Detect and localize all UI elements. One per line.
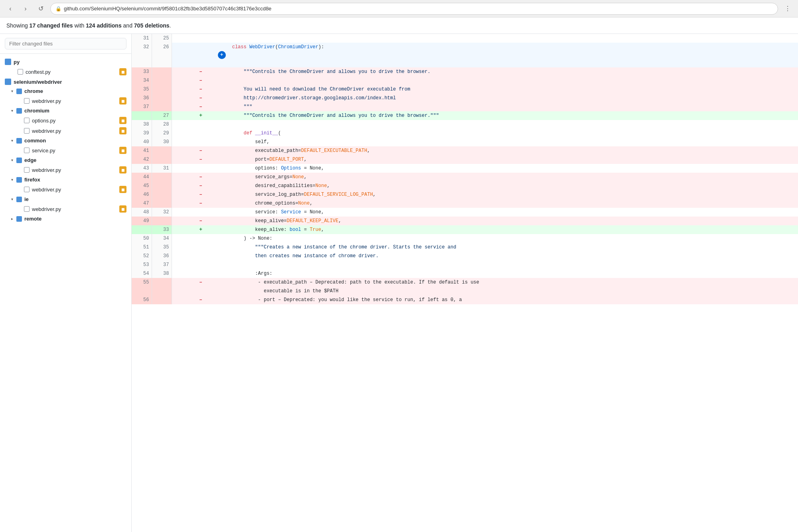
line-num-new: 38 (152, 269, 172, 278)
diff-code: service: Service = None, (230, 208, 798, 217)
file-label: webdriver.py (32, 206, 117, 212)
diff-code (230, 120, 798, 129)
folder-label: py (14, 59, 20, 65)
folder-edge[interactable]: ▾ edge (0, 156, 131, 165)
line-num-old: 53 (132, 260, 152, 269)
diff-sign: – (172, 85, 230, 94)
diff-sign: + (172, 43, 230, 67)
diff-sign (172, 120, 230, 129)
diff-row: 31 25 (132, 34, 798, 43)
file-icon (24, 167, 30, 173)
file-conftest[interactable]: conftest.py ◼ (0, 67, 131, 77)
diff-row: 53 37 (132, 260, 798, 269)
line-num-new: 29 (152, 129, 172, 138)
caret-icon: ▾ (11, 177, 13, 182)
caret-icon: ▾ (11, 158, 13, 162)
url-bar[interactable]: 🔒 github.com/SeleniumHQ/selenium/commit/… (50, 3, 778, 15)
diff-row-del: 44 – service_args=None, (132, 173, 798, 181)
diff-code: You will need to download the ChromeDriv… (230, 85, 798, 94)
folder-icon (16, 158, 22, 163)
file-edge-webdriver[interactable]: webdriver.py ◼ (0, 165, 131, 175)
line-num-new: 36 (152, 252, 172, 260)
folder-icon (16, 108, 22, 114)
line-num-old: 33 (132, 67, 152, 76)
line-num-new (152, 102, 172, 111)
diff-row: 48 32 service: Service = None, (132, 208, 798, 217)
folder-chromium[interactable]: ▾ chromium (0, 106, 131, 115)
line-num-old: 34 (132, 76, 152, 85)
diff-row-del: 36 – http://chromedriver.storage.googlea… (132, 94, 798, 102)
line-num-old: 37 (132, 102, 152, 111)
diff-code: ) -> None: (230, 234, 798, 243)
diff-row: 51 35 """Creates a new instance of the c… (132, 243, 798, 252)
diff-row-hunk: 32 26 + class WebDriver(ChromiumDriver): (132, 43, 798, 67)
diff-row-add: 27 + """Controls the ChromeDriver and al… (132, 111, 798, 120)
stats-prefix: Showing (6, 22, 30, 29)
line-num-new: 31 (152, 164, 172, 173)
line-num-new (152, 85, 172, 94)
file-label: webdriver.py (32, 128, 117, 134)
line-num-new (152, 296, 172, 304)
diff-code: executable_path=DEFAULT_EXECUTABLE_PATH, (230, 146, 798, 155)
diff-sign (172, 208, 230, 217)
line-num-new: 34 (152, 234, 172, 243)
diff-row: 40 30 self, (132, 138, 798, 146)
line-num-new: 35 (152, 243, 172, 252)
diff-row-del: 42 – port=DEFAULT_PORT, (132, 155, 798, 164)
filter-input[interactable] (5, 38, 126, 49)
file-badge: ◼ (119, 166, 126, 173)
line-num-new (152, 287, 172, 296)
diff-code: keep_alive=DEFAULT_KEEP_ALIVE, (230, 217, 798, 225)
file-tree: py conftest.py ◼ selenium/webdriver ▾ (0, 54, 131, 227)
diff-row-del: 49 – keep_alive=DEFAULT_KEEP_ALIVE, (132, 217, 798, 225)
diff-row-add: 33 + keep_alive: bool = True, (132, 225, 798, 234)
line-num-old: 42 (132, 155, 152, 164)
file-chrome-webdriver[interactable]: webdriver.py ◼ (0, 96, 131, 106)
folder-icon (16, 197, 22, 202)
diff-sign (172, 287, 230, 296)
folder-remote[interactable]: ▸ remote (0, 214, 131, 223)
diff-row-del: 47 – chrome_options=None, (132, 199, 798, 208)
diff-sign: – (172, 190, 230, 199)
forward-button[interactable]: › (20, 3, 31, 14)
file-chromium-options[interactable]: options.py ◼ (0, 115, 131, 126)
file-ie-webdriver[interactable]: webdriver.py ◼ (0, 204, 131, 214)
line-num-old: 49 (132, 217, 152, 225)
folder-py[interactable]: py (0, 57, 131, 67)
diff-code: """Controls the ChromeDriver and allows … (230, 67, 798, 76)
diff-row-del: 41 – executable_path=DEFAULT_EXECUTABLE_… (132, 146, 798, 155)
diff-row-del: 34 – (132, 76, 798, 85)
back-button[interactable]: ‹ (5, 3, 16, 14)
diff-sign (172, 234, 230, 243)
diff-code (230, 34, 798, 43)
line-num-old: 32 (132, 43, 152, 67)
hunk-badge: + (218, 51, 226, 59)
folder-label: chromium (24, 108, 49, 114)
folder-ie[interactable]: ▾ ie (0, 195, 131, 204)
browser-bar: ‹ › ↺ 🔒 github.com/SeleniumHQ/selenium/c… (0, 0, 798, 18)
folder-selenium-webdriver[interactable]: selenium/webdriver (0, 77, 131, 87)
diff-sign (172, 269, 230, 278)
folder-common[interactable]: ▾ common (0, 136, 131, 145)
line-num-old: 31 (132, 34, 152, 43)
line-num-new (152, 146, 172, 155)
line-num-new: 28 (152, 120, 172, 129)
file-common-service[interactable]: service.py ◼ (0, 145, 131, 156)
diff-code: port=DEFAULT_PORT, (230, 155, 798, 164)
line-num-old: 55 (132, 278, 152, 287)
diff-code: - executable_path – Deprecated: path to … (230, 278, 798, 287)
folder-label: common (24, 138, 46, 144)
file-chromium-webdriver[interactable]: webdriver.py ◼ (0, 126, 131, 136)
line-num-new (152, 155, 172, 164)
reload-button[interactable]: ↺ (35, 3, 46, 14)
line-num-new (152, 217, 172, 225)
folder-firefox[interactable]: ▾ firefox (0, 175, 131, 184)
folder-chrome[interactable]: ▾ chrome (0, 87, 131, 96)
line-num-old: 41 (132, 146, 152, 155)
extensions-button[interactable]: ⋮ (782, 3, 793, 14)
diff-row: 39 29 def __init__( (132, 129, 798, 138)
line-num-old: 54 (132, 269, 152, 278)
file-firefox-webdriver[interactable]: webdriver.py ◼ (0, 184, 131, 195)
line-num-old: 36 (132, 94, 152, 102)
caret-icon: ▸ (11, 217, 13, 221)
